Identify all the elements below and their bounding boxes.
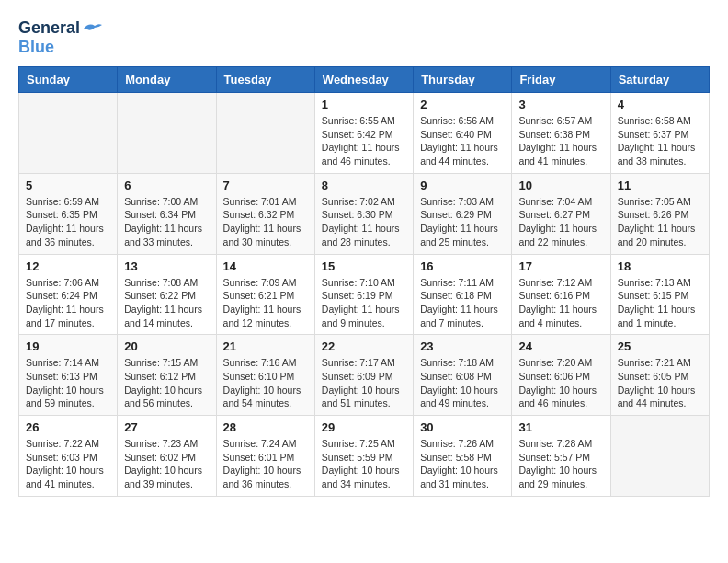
calendar-week-row: 5Sunrise: 6:59 AM Sunset: 6:35 PM Daylig… (19, 173, 710, 254)
day-number: 24 (518, 339, 603, 353)
calendar-cell: 18Sunrise: 7:13 AM Sunset: 6:15 PM Dayli… (610, 254, 709, 335)
day-number: 4 (618, 98, 702, 111)
calendar-cell: 11Sunrise: 7:05 AM Sunset: 6:26 PM Dayli… (610, 173, 709, 254)
day-info: Sunrise: 7:24 AM Sunset: 6:01 PM Dayligh… (223, 437, 308, 491)
day-info: Sunrise: 7:18 AM Sunset: 6:08 PM Dayligh… (420, 356, 505, 410)
day-info: Sunrise: 7:25 AM Sunset: 5:59 PM Dayligh… (322, 437, 406, 491)
day-info: Sunrise: 7:26 AM Sunset: 5:58 PM Dayligh… (420, 437, 505, 491)
day-number: 6 (124, 178, 209, 192)
day-number: 13 (124, 259, 209, 273)
day-info: Sunrise: 7:02 AM Sunset: 6:30 PM Dayligh… (322, 195, 406, 249)
day-number: 26 (26, 420, 110, 434)
day-info: Sunrise: 7:09 AM Sunset: 6:21 PM Dayligh… (223, 276, 308, 330)
day-number: 9 (420, 178, 505, 192)
day-number: 16 (420, 259, 505, 273)
day-info: Sunrise: 7:13 AM Sunset: 6:15 PM Dayligh… (618, 276, 702, 330)
calendar-cell: 17Sunrise: 7:12 AM Sunset: 6:16 PM Dayli… (512, 254, 610, 335)
day-number: 20 (124, 339, 209, 353)
day-info: Sunrise: 6:59 AM Sunset: 6:35 PM Dayligh… (26, 195, 110, 249)
calendar-cell: 8Sunrise: 7:02 AM Sunset: 6:30 PM Daylig… (314, 173, 413, 254)
day-info: Sunrise: 7:15 AM Sunset: 6:12 PM Dayligh… (124, 356, 209, 410)
logo-text-blue: Blue (18, 38, 54, 57)
calendar-cell: 1Sunrise: 6:55 AM Sunset: 6:42 PM Daylig… (314, 93, 413, 174)
day-number: 19 (26, 339, 110, 353)
day-number: 18 (618, 259, 702, 273)
day-number: 8 (322, 178, 406, 192)
header-row: SundayMondayTuesdayWednesdayThursdayFrid… (19, 67, 710, 93)
day-info: Sunrise: 7:04 AM Sunset: 6:27 PM Dayligh… (518, 195, 603, 249)
day-info: Sunrise: 6:58 AM Sunset: 6:37 PM Dayligh… (618, 114, 702, 168)
day-number: 21 (223, 339, 308, 353)
day-number: 25 (618, 339, 702, 353)
day-info: Sunrise: 6:56 AM Sunset: 6:40 PM Dayligh… (420, 114, 505, 168)
calendar-cell: 19Sunrise: 7:14 AM Sunset: 6:13 PM Dayli… (19, 335, 118, 416)
calendar-cell: 30Sunrise: 7:26 AM Sunset: 5:58 PM Dayli… (414, 416, 512, 497)
weekday-header: Monday (118, 67, 216, 93)
weekday-header: Saturday (610, 67, 709, 93)
day-number: 27 (124, 420, 209, 434)
day-info: Sunrise: 7:28 AM Sunset: 5:57 PM Dayligh… (518, 437, 603, 491)
weekday-header: Friday (512, 67, 610, 93)
calendar-cell: 31Sunrise: 7:28 AM Sunset: 5:57 PM Dayli… (512, 416, 610, 497)
day-number: 3 (518, 98, 603, 111)
day-info: Sunrise: 7:01 AM Sunset: 6:32 PM Dayligh… (223, 195, 308, 249)
day-number: 12 (26, 259, 110, 273)
day-info: Sunrise: 7:16 AM Sunset: 6:10 PM Dayligh… (223, 356, 308, 410)
day-info: Sunrise: 7:21 AM Sunset: 6:05 PM Dayligh… (618, 356, 702, 410)
day-number: 1 (322, 98, 406, 111)
calendar-cell: 14Sunrise: 7:09 AM Sunset: 6:21 PM Dayli… (216, 254, 314, 335)
calendar-cell: 16Sunrise: 7:11 AM Sunset: 6:18 PM Dayli… (414, 254, 512, 335)
weekday-header: Thursday (414, 67, 512, 93)
calendar-cell (118, 93, 216, 174)
calendar-cell (19, 93, 118, 174)
calendar-week-row: 26Sunrise: 7:22 AM Sunset: 6:03 PM Dayli… (19, 416, 710, 497)
calendar-cell: 20Sunrise: 7:15 AM Sunset: 6:12 PM Dayli… (118, 335, 216, 416)
calendar-cell: 10Sunrise: 7:04 AM Sunset: 6:27 PM Dayli… (512, 173, 610, 254)
day-info: Sunrise: 7:11 AM Sunset: 6:18 PM Dayligh… (420, 276, 505, 330)
day-number: 30 (420, 420, 505, 434)
day-info: Sunrise: 7:08 AM Sunset: 6:22 PM Dayligh… (124, 276, 209, 330)
calendar-cell: 4Sunrise: 6:58 AM Sunset: 6:37 PM Daylig… (610, 93, 709, 174)
logo-bird-icon (82, 20, 102, 37)
calendar-cell: 5Sunrise: 6:59 AM Sunset: 6:35 PM Daylig… (19, 173, 118, 254)
day-number: 17 (518, 259, 603, 273)
day-number: 28 (223, 420, 308, 434)
day-number: 7 (223, 178, 308, 192)
day-number: 2 (420, 98, 505, 111)
calendar-cell (610, 416, 709, 497)
calendar-cell: 21Sunrise: 7:16 AM Sunset: 6:10 PM Dayli… (216, 335, 314, 416)
day-info: Sunrise: 7:03 AM Sunset: 6:29 PM Dayligh… (420, 195, 505, 249)
calendar-cell: 6Sunrise: 7:00 AM Sunset: 6:34 PM Daylig… (118, 173, 216, 254)
logo-text-general: General (18, 18, 80, 38)
calendar-week-row: 1Sunrise: 6:55 AM Sunset: 6:42 PM Daylig… (19, 93, 710, 174)
day-number: 23 (420, 339, 505, 353)
calendar-week-row: 12Sunrise: 7:06 AM Sunset: 6:24 PM Dayli… (19, 254, 710, 335)
calendar-cell: 24Sunrise: 7:20 AM Sunset: 6:06 PM Dayli… (512, 335, 610, 416)
calendar-cell: 28Sunrise: 7:24 AM Sunset: 6:01 PM Dayli… (216, 416, 314, 497)
day-info: Sunrise: 6:55 AM Sunset: 6:42 PM Dayligh… (322, 114, 406, 168)
calendar-cell: 12Sunrise: 7:06 AM Sunset: 6:24 PM Dayli… (19, 254, 118, 335)
day-number: 15 (322, 259, 406, 273)
day-number: 22 (322, 339, 406, 353)
day-info: Sunrise: 7:06 AM Sunset: 6:24 PM Dayligh… (26, 276, 110, 330)
day-info: Sunrise: 7:10 AM Sunset: 6:19 PM Dayligh… (322, 276, 406, 330)
day-info: Sunrise: 7:23 AM Sunset: 6:02 PM Dayligh… (124, 437, 209, 491)
logo: General Blue (18, 18, 102, 57)
weekday-header: Sunday (19, 67, 118, 93)
calendar-cell: 2Sunrise: 6:56 AM Sunset: 6:40 PM Daylig… (414, 93, 512, 174)
day-number: 31 (518, 420, 603, 434)
calendar-cell: 27Sunrise: 7:23 AM Sunset: 6:02 PM Dayli… (118, 416, 216, 497)
day-info: Sunrise: 7:22 AM Sunset: 6:03 PM Dayligh… (26, 437, 110, 491)
weekday-header: Tuesday (216, 67, 314, 93)
day-info: Sunrise: 6:57 AM Sunset: 6:38 PM Dayligh… (518, 114, 603, 168)
day-number: 10 (518, 178, 603, 192)
calendar-cell: 15Sunrise: 7:10 AM Sunset: 6:19 PM Dayli… (314, 254, 413, 335)
day-info: Sunrise: 7:05 AM Sunset: 6:26 PM Dayligh… (618, 195, 702, 249)
calendar-cell: 26Sunrise: 7:22 AM Sunset: 6:03 PM Dayli… (19, 416, 118, 497)
day-info: Sunrise: 7:14 AM Sunset: 6:13 PM Dayligh… (26, 356, 110, 410)
weekday-header: Wednesday (314, 67, 413, 93)
calendar-cell: 29Sunrise: 7:25 AM Sunset: 5:59 PM Dayli… (314, 416, 413, 497)
day-info: Sunrise: 7:00 AM Sunset: 6:34 PM Dayligh… (124, 195, 209, 249)
day-number: 14 (223, 259, 308, 273)
day-info: Sunrise: 7:20 AM Sunset: 6:06 PM Dayligh… (518, 356, 603, 410)
